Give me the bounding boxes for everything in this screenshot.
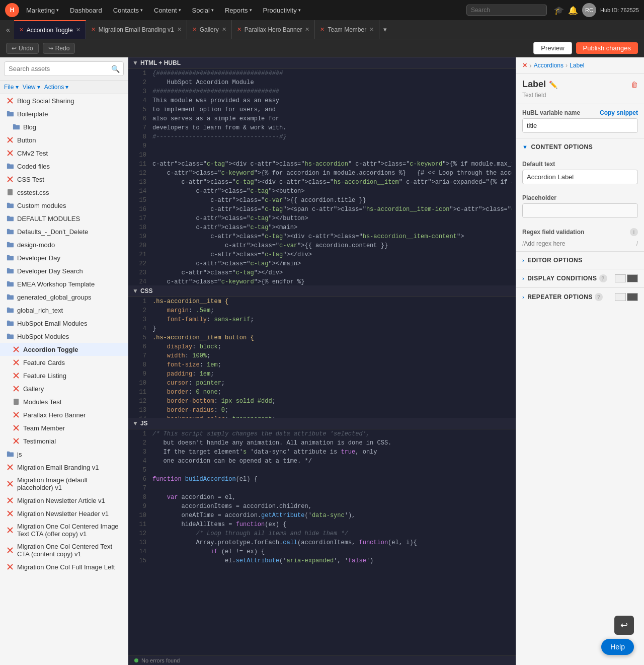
sidebar-item-17[interactable]: HubSpot Email Modules [0, 317, 128, 330]
sidebar-item-33[interactable]: Migration One Col Centered Text CTA (con… [0, 540, 128, 560]
tab-migration-email[interactable]: ✕ Migration Email Branding v1 ✕ [86, 20, 187, 39]
tab-close-gallery[interactable]: ✕ [222, 26, 226, 33]
placeholder-input[interactable] [522, 203, 638, 218]
code-line: 9 [128, 141, 516, 151]
nav-content[interactable]: Content ▾ [150, 5, 185, 16]
file-menu[interactable]: File ▾ [4, 84, 19, 91]
sidebar-item-24[interactable]: Parallax Hero Banner [0, 408, 128, 421]
delete-icon[interactable]: 🗑 [631, 81, 638, 89]
editor-options-header[interactable]: › EDITOR OPTIONS [516, 251, 644, 269]
sidebar-item-34[interactable]: Migration One Col Full Image Left [0, 560, 128, 573]
more-tabs-btn[interactable]: ▾ [379, 24, 391, 35]
content-options-header[interactable]: ▼ CONTENT OPTIONS [516, 138, 644, 156]
sidebar-item-13[interactable]: Developer Day Search [0, 264, 128, 277]
sidebar-item-31[interactable]: Migration Newsletter Header v1 [0, 507, 128, 520]
sidebar-item-7[interactable]: csstest.css [0, 186, 128, 199]
repeater-toggle-on[interactable] [627, 293, 638, 301]
sidebar-item-15[interactable]: generated_global_groups [0, 290, 128, 304]
search-input[interactable] [4, 61, 124, 76]
sidebar-item-16[interactable]: global_rich_text [0, 304, 128, 317]
sidebar-item-3[interactable]: Button [0, 133, 128, 146]
breadcrumb-label[interactable]: Label [570, 62, 584, 69]
repeater-toggle-off[interactable] [615, 293, 626, 301]
sidebar-item-0[interactable]: Blog Social Sharing [0, 94, 128, 107]
nav-social[interactable]: Social ▾ [188, 5, 218, 16]
sidebar-item-19[interactable]: Accordion Toggle [0, 343, 128, 356]
sidebar-item-20[interactable]: Feature Cards [0, 356, 128, 369]
sidebar-item-2[interactable]: Blog [0, 120, 128, 133]
hubl-variable-input[interactable] [522, 118, 638, 133]
sidebar-item-icon-21 [12, 372, 20, 380]
nav-marketing[interactable]: Marketing ▾ [22, 5, 63, 16]
css-section-header[interactable]: ▼ CSS [128, 285, 516, 297]
preview-button[interactable]: Preview [533, 42, 572, 54]
sidebar-item-21[interactable]: Feature Listing [0, 369, 128, 382]
nav-contacts[interactable]: Contacts ▾ [109, 5, 147, 16]
sidebar-item-label-4: CMv2 Test [17, 150, 124, 157]
edit-icon[interactable]: ✏️ [549, 81, 557, 89]
html-section-header[interactable]: ▼ HTML + HUBL [128, 57, 516, 69]
tab-close-migration[interactable]: ✕ [177, 26, 182, 33]
html-code-block[interactable]: 1{###################################2 H… [128, 69, 516, 285]
sidebar-item-28[interactable]: Migration Email Branding v1 [0, 461, 128, 474]
css-code-block[interactable]: 1.hs-accordion__item {2 margin: .5em;3 f… [128, 297, 516, 418]
help-button[interactable]: Help [601, 639, 634, 655]
top-nav: H Marketing ▾ Dashboard Contacts ▾ Conte… [0, 0, 644, 20]
nav-reports[interactable]: Reports ▾ [221, 5, 256, 16]
sidebar-item-10[interactable]: Defaults_-_Don't_Delete [0, 225, 128, 238]
sidebar-item-22[interactable]: Gallery [0, 382, 128, 395]
sidebar-item-icon-28 [6, 463, 14, 471]
js-section-header[interactable]: ▼ JS [128, 418, 516, 429]
copy-snippet-link[interactable]: Copy snippet [600, 109, 638, 116]
nav-dashboard[interactable]: Dashboard [66, 5, 106, 16]
tab-close-btn[interactable]: ✕ [76, 27, 80, 33]
display-conditions-header[interactable]: › DISPLAY CONDITIONS ? [516, 269, 644, 287]
sidebar-item-30[interactable]: Migration Newsletter Article v1 [0, 494, 128, 507]
undo-button[interactable]: Undo [6, 43, 39, 54]
sidebar-item-14[interactable]: EMEA Workshop Template [0, 277, 128, 290]
chevron-icon: ▾ [56, 8, 59, 13]
actions-menu[interactable]: Actions ▾ [44, 84, 69, 91]
tab-team-member[interactable]: ✕ Team Member ✕ [315, 20, 379, 39]
tab-gallery[interactable]: ✕ Gallery ✕ [187, 20, 232, 39]
regex-input[interactable] [524, 240, 636, 247]
collapse-sidebar-btn[interactable]: « [2, 24, 14, 36]
sidebar-item-11[interactable]: design-modo [0, 238, 128, 251]
repeater-toggle [615, 293, 638, 301]
nav-search-input[interactable] [466, 5, 547, 16]
sidebar-item-4[interactable]: CMv2 Test [0, 146, 128, 160]
sidebar-item-5[interactable]: Coded files [0, 160, 128, 173]
sidebar-item-27[interactable]: js [0, 448, 128, 461]
sidebar-item-23[interactable]: Modules Test [0, 395, 128, 408]
sidebar-item-1[interactable]: Boilerplate [0, 107, 128, 120]
sidebar-item-29[interactable]: Migration Image (default placeholder) v1 [0, 474, 128, 494]
sidebar-item-label-16: global_rich_text [17, 307, 124, 314]
sidebar-item-12[interactable]: Developer Day [0, 251, 128, 264]
sidebar-item-6[interactable]: CSS Test [0, 173, 128, 186]
code-line: 11c-attr">class="c-tag"><div c-attr">cla… [128, 160, 516, 169]
sidebar-item-9[interactable]: DEFAULT MODULES [0, 212, 128, 225]
tab-accordion-toggle[interactable]: ✕ Accordion Toggle ✕ [14, 20, 86, 39]
sidebar-item-26[interactable]: Testimonial [0, 434, 128, 448]
breadcrumb-close-icon[interactable]: ✕ [522, 62, 527, 69]
tab-close-parallax[interactable]: ✕ [305, 26, 309, 33]
tab-parallax[interactable]: ✕ Parallax Hero Banner ✕ [232, 20, 315, 39]
sidebar-item-25[interactable]: Team Member [0, 421, 128, 434]
default-text-input[interactable] [522, 170, 638, 184]
display-toggle-on[interactable] [627, 274, 638, 282]
view-menu[interactable]: View ▾ [23, 84, 40, 91]
nav-productivity[interactable]: Productivity ▾ [259, 5, 305, 16]
search-icon[interactable]: 🔍 [111, 65, 120, 73]
repeater-options-header[interactable]: › REPEATER OPTIONS ? [516, 287, 644, 306]
sidebar-item-32[interactable]: Migration One Col Centered Image Text CT… [0, 520, 128, 540]
publish-button[interactable]: Publish changes [576, 42, 638, 54]
sidebar-item-8[interactable]: Custom modules [0, 199, 128, 212]
breadcrumb-accordions[interactable]: Accordions [534, 62, 564, 69]
tab-close-team[interactable]: ✕ [369, 26, 374, 33]
avatar[interactable]: RC [582, 3, 596, 17]
sidebar-item-18[interactable]: HubSpot Modules [0, 330, 128, 343]
display-toggle-off[interactable] [615, 274, 626, 282]
js-code-block[interactable]: 1/* This script simply changes the data … [128, 429, 516, 580]
undo-helper-btn[interactable]: ↩ [614, 616, 634, 635]
redo-button[interactable]: Redo [43, 43, 75, 54]
